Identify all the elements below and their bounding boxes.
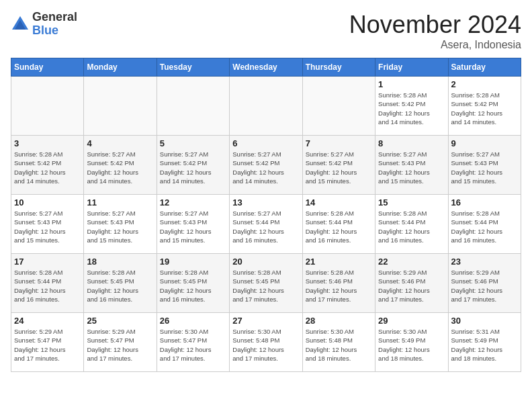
day-info: Sunrise: 5:27 AM Sunset: 5:43 PM Dayligh…: [160, 209, 226, 244]
day-info: Sunrise: 5:29 AM Sunset: 5:46 PM Dayligh…: [451, 268, 518, 304]
column-header-thursday: Thursday: [302, 58, 375, 77]
calendar-cell: 7Sunrise: 5:27 AM Sunset: 5:42 PM Daylig…: [302, 136, 375, 195]
day-number: 5: [160, 138, 226, 148]
day-info: Sunrise: 5:28 AM Sunset: 5:46 PM Dayligh…: [306, 268, 372, 304]
calendar-cell: 22Sunrise: 5:29 AM Sunset: 5:46 PM Dayli…: [375, 254, 448, 313]
calendar-cell: 1Sunrise: 5:28 AM Sunset: 5:42 PM Daylig…: [375, 77, 448, 136]
day-info: Sunrise: 5:28 AM Sunset: 5:45 PM Dayligh…: [160, 268, 226, 304]
day-number: 22: [378, 257, 445, 267]
day-number: 18: [87, 257, 153, 267]
logo: General Blue: [11, 11, 77, 38]
column-header-friday: Friday: [375, 58, 448, 77]
title-block: November 2024 Asera, Indonesia: [349, 11, 521, 51]
day-number: 6: [232, 138, 299, 148]
calendar-cell: 23Sunrise: 5:29 AM Sunset: 5:46 PM Dayli…: [448, 254, 521, 313]
day-info: Sunrise: 5:28 AM Sunset: 5:42 PM Dayligh…: [14, 150, 81, 185]
calendar-cell: 21Sunrise: 5:28 AM Sunset: 5:46 PM Dayli…: [302, 254, 375, 313]
day-info: Sunrise: 5:29 AM Sunset: 5:47 PM Dayligh…: [14, 327, 81, 363]
month-title: November 2024: [349, 11, 521, 39]
day-number: 1: [378, 79, 445, 89]
day-number: 26: [160, 316, 226, 326]
calendar-cell: 18Sunrise: 5:28 AM Sunset: 5:45 PM Dayli…: [84, 254, 157, 313]
day-info: Sunrise: 5:28 AM Sunset: 5:45 PM Dayligh…: [232, 268, 299, 304]
calendar-cell: 28Sunrise: 5:30 AM Sunset: 5:48 PM Dayli…: [302, 313, 375, 372]
day-number: 16: [451, 197, 518, 208]
day-info: Sunrise: 5:29 AM Sunset: 5:46 PM Dayligh…: [378, 268, 445, 304]
day-info: Sunrise: 5:27 AM Sunset: 5:42 PM Dayligh…: [232, 150, 299, 185]
day-number: 25: [87, 316, 153, 326]
day-number: 24: [14, 316, 81, 326]
day-info: Sunrise: 5:28 AM Sunset: 5:42 PM Dayligh…: [378, 91, 445, 126]
day-info: Sunrise: 5:27 AM Sunset: 5:43 PM Dayligh…: [87, 209, 153, 244]
calendar-cell: 29Sunrise: 5:30 AM Sunset: 5:49 PM Dayli…: [375, 313, 448, 372]
day-number: 19: [160, 257, 226, 267]
day-number: 11: [87, 197, 153, 208]
day-info: Sunrise: 5:31 AM Sunset: 5:49 PM Dayligh…: [451, 327, 518, 363]
calendar-cell: 25Sunrise: 5:29 AM Sunset: 5:47 PM Dayli…: [84, 313, 157, 372]
day-info: Sunrise: 5:27 AM Sunset: 5:43 PM Dayligh…: [451, 150, 518, 185]
calendar-cell: 9Sunrise: 5:27 AM Sunset: 5:43 PM Daylig…: [448, 136, 521, 195]
calendar-cell: 2Sunrise: 5:28 AM Sunset: 5:42 PM Daylig…: [448, 77, 521, 136]
calendar-cell: 24Sunrise: 5:29 AM Sunset: 5:47 PM Dayli…: [11, 313, 84, 372]
day-number: 14: [306, 197, 372, 208]
calendar-cell: 6Sunrise: 5:27 AM Sunset: 5:42 PM Daylig…: [230, 136, 302, 195]
calendar-week-row: 10Sunrise: 5:27 AM Sunset: 5:43 PM Dayli…: [11, 195, 521, 254]
calendar-cell: 26Sunrise: 5:30 AM Sunset: 5:47 PM Dayli…: [157, 313, 229, 372]
day-number: 9: [451, 138, 518, 148]
day-number: 20: [232, 257, 299, 267]
day-info: Sunrise: 5:27 AM Sunset: 5:42 PM Dayligh…: [160, 150, 226, 185]
day-info: Sunrise: 5:27 AM Sunset: 5:42 PM Dayligh…: [306, 150, 372, 185]
calendar-cell: 12Sunrise: 5:27 AM Sunset: 5:43 PM Dayli…: [157, 195, 229, 254]
calendar-cell: 3Sunrise: 5:28 AM Sunset: 5:42 PM Daylig…: [11, 136, 84, 195]
page-header: General Blue November 2024 Asera, Indone…: [11, 11, 521, 51]
column-header-saturday: Saturday: [448, 58, 521, 77]
day-info: Sunrise: 5:30 AM Sunset: 5:49 PM Dayligh…: [378, 327, 445, 363]
logo-blue-text: Blue: [32, 24, 77, 38]
day-number: 17: [14, 257, 81, 267]
calendar-cell: 17Sunrise: 5:28 AM Sunset: 5:44 PM Dayli…: [11, 254, 84, 313]
calendar-cell: 8Sunrise: 5:27 AM Sunset: 5:43 PM Daylig…: [375, 136, 448, 195]
day-number: 27: [232, 316, 299, 326]
location: Asera, Indonesia: [349, 39, 521, 51]
calendar-cell: [302, 77, 375, 136]
day-number: 21: [306, 257, 372, 267]
column-header-tuesday: Tuesday: [157, 58, 229, 77]
day-info: Sunrise: 5:27 AM Sunset: 5:43 PM Dayligh…: [378, 150, 445, 185]
day-info: Sunrise: 5:28 AM Sunset: 5:44 PM Dayligh…: [451, 209, 518, 244]
calendar-cell: [11, 77, 84, 136]
calendar-cell: 4Sunrise: 5:27 AM Sunset: 5:42 PM Daylig…: [84, 136, 157, 195]
day-number: 29: [378, 316, 445, 326]
calendar-week-row: 3Sunrise: 5:28 AM Sunset: 5:42 PM Daylig…: [11, 136, 521, 195]
column-header-wednesday: Wednesday: [230, 58, 302, 77]
calendar-week-row: 1Sunrise: 5:28 AM Sunset: 5:42 PM Daylig…: [11, 77, 521, 136]
day-number: 4: [87, 138, 153, 148]
day-info: Sunrise: 5:30 AM Sunset: 5:48 PM Dayligh…: [306, 327, 372, 363]
day-info: Sunrise: 5:28 AM Sunset: 5:44 PM Dayligh…: [378, 209, 445, 244]
calendar-cell: 13Sunrise: 5:27 AM Sunset: 5:44 PM Dayli…: [230, 195, 302, 254]
day-info: Sunrise: 5:27 AM Sunset: 5:43 PM Dayligh…: [14, 209, 81, 244]
day-number: 2: [451, 79, 518, 89]
day-number: 8: [378, 138, 445, 148]
column-header-monday: Monday: [84, 58, 157, 77]
day-info: Sunrise: 5:27 AM Sunset: 5:42 PM Dayligh…: [87, 150, 153, 185]
day-number: 23: [451, 257, 518, 267]
logo-icon: [11, 15, 30, 34]
day-number: 10: [14, 197, 81, 208]
day-number: 15: [378, 197, 445, 208]
day-number: 13: [232, 197, 299, 208]
calendar-cell: 27Sunrise: 5:30 AM Sunset: 5:48 PM Dayli…: [230, 313, 302, 372]
calendar-cell: [157, 77, 229, 136]
day-info: Sunrise: 5:29 AM Sunset: 5:47 PM Dayligh…: [87, 327, 153, 363]
day-number: 3: [14, 138, 81, 148]
calendar-header-row: SundayMondayTuesdayWednesdayThursdayFrid…: [11, 58, 521, 77]
column-header-sunday: Sunday: [11, 58, 84, 77]
logo-general-text: General: [32, 11, 77, 24]
day-number: 12: [160, 197, 226, 208]
calendar-cell: 19Sunrise: 5:28 AM Sunset: 5:45 PM Dayli…: [157, 254, 229, 313]
calendar-table: SundayMondayTuesdayWednesdayThursdayFrid…: [11, 58, 521, 372]
day-number: 28: [306, 316, 372, 326]
day-info: Sunrise: 5:28 AM Sunset: 5:42 PM Dayligh…: [451, 91, 518, 126]
day-number: 30: [451, 316, 518, 326]
day-info: Sunrise: 5:28 AM Sunset: 5:44 PM Dayligh…: [306, 209, 372, 244]
day-info: Sunrise: 5:30 AM Sunset: 5:47 PM Dayligh…: [160, 327, 226, 363]
